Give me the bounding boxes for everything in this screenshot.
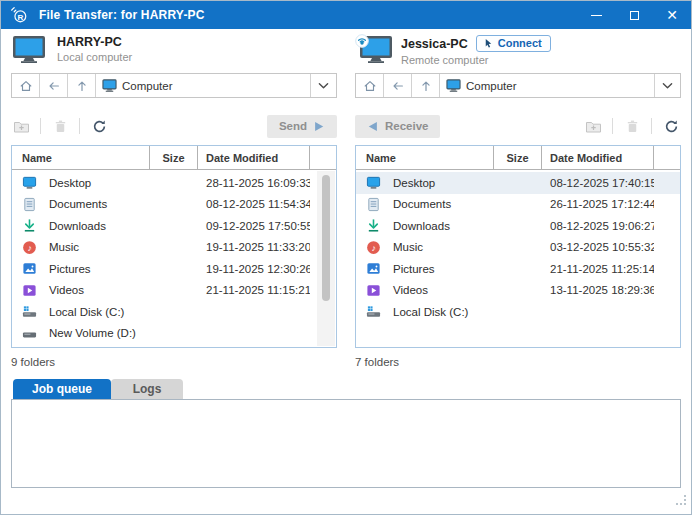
toolbar-separator — [40, 118, 41, 134]
file-date: 21-11-2025 11:25:14 — [542, 263, 654, 275]
local-folder-count: 9 folders — [11, 356, 337, 368]
file-row[interactable]: Pictures19-11-2025 12:30:26 — [12, 258, 336, 280]
bottom-tabs: Job queue Logs — [11, 379, 681, 399]
column-header-date[interactable]: Date Modified — [198, 146, 310, 169]
toolbar-separator — [79, 118, 80, 134]
column-header-spacer — [654, 146, 680, 169]
pictures-icon — [22, 261, 37, 276]
remote-address-text: Computer — [466, 80, 517, 92]
file-row[interactable]: Downloads08-12-2025 19:06:27 — [356, 215, 680, 237]
file-name: Music — [393, 241, 423, 253]
close-button[interactable]: ✕ — [653, 1, 691, 29]
remote-file-rows: Desktop08-12-2025 17:40:15Documents26-11… — [356, 170, 680, 323]
file-row[interactable]: New Volume (D:) — [12, 323, 336, 345]
file-date: 08-12-2025 11:54:34 — [198, 198, 310, 210]
minimize-icon — [591, 15, 602, 16]
file-name: Videos — [49, 284, 84, 296]
column-header-date[interactable]: Date Modified — [542, 146, 654, 169]
connect-label: Connect — [498, 37, 542, 49]
local-refresh-button[interactable] — [89, 116, 109, 136]
back-button[interactable] — [40, 74, 68, 97]
tab-job-queue[interactable]: Job queue — [13, 379, 111, 399]
local-navbar: Computer — [11, 73, 337, 98]
file-name: Desktop — [49, 177, 91, 189]
svg-text:♪: ♪ — [371, 242, 375, 252]
documents-icon — [22, 197, 37, 212]
column-header-spacer — [310, 146, 336, 169]
file-row[interactable]: Local Disk (C:) — [356, 301, 680, 323]
local-delete-button[interactable] — [50, 116, 70, 136]
remote-panel: Jessica-PC Connect Remote computer — [355, 29, 681, 368]
local-address-dropdown-button[interactable] — [310, 74, 336, 97]
column-header-name[interactable]: Name — [12, 146, 150, 169]
back-button[interactable] — [384, 74, 412, 97]
file-name: Pictures — [393, 263, 435, 275]
file-row[interactable]: ♪Music19-11-2025 11:33:20 — [12, 237, 336, 259]
file-row[interactable]: Downloads09-12-2025 17:50:55 — [12, 215, 336, 237]
file-row[interactable]: Desktop08-12-2025 17:40:15 — [356, 172, 680, 194]
cursor-icon — [483, 38, 494, 49]
connect-button[interactable]: Connect — [476, 35, 551, 52]
file-row[interactable]: Documents08-12-2025 11:54:34 — [12, 194, 336, 216]
file-row[interactable]: Local Disk (C:) — [12, 301, 336, 323]
home-button[interactable] — [356, 74, 384, 97]
titlebar: R File Transfer: for HARRY-PC ✕ — [1, 1, 691, 29]
receive-button[interactable]: Receive — [355, 115, 440, 138]
remote-new-folder-button[interactable] — [583, 116, 603, 136]
videos-icon — [22, 283, 37, 298]
local-toolbar: Send — [11, 113, 337, 139]
file-transfer-window: R File Transfer: for HARRY-PC ✕ — [0, 0, 692, 515]
remote-navbar: Computer — [355, 73, 681, 98]
desktop-icon — [22, 175, 37, 190]
chevron-down-icon — [318, 82, 329, 90]
local-list-header: Name Size Date Modified — [12, 146, 336, 170]
file-date: 03-12-2025 10:55:32 — [542, 241, 654, 253]
downloads-icon — [366, 218, 381, 233]
file-row[interactable]: Videos21-11-2025 11:15:21 — [12, 280, 336, 302]
disk-icon — [22, 326, 37, 341]
column-header-size[interactable]: Size — [150, 146, 198, 169]
up-button[interactable] — [68, 74, 96, 97]
home-button[interactable] — [12, 74, 40, 97]
local-new-folder-button[interactable] — [11, 116, 31, 136]
remote-address-dropdown-button[interactable] — [654, 74, 680, 97]
file-row[interactable]: Videos13-11-2025 18:29:36 — [356, 280, 680, 302]
file-date: 08-12-2025 17:40:15 — [542, 177, 654, 189]
file-name: New Volume (D:) — [49, 327, 136, 339]
local-scrollbar-thumb[interactable] — [322, 175, 330, 301]
file-row[interactable]: Pictures21-11-2025 11:25:14 — [356, 258, 680, 280]
back-arrow-icon — [391, 79, 405, 93]
send-button[interactable]: Send — [267, 115, 337, 138]
resize-grip-icon[interactable] — [676, 492, 687, 510]
trash-icon — [625, 119, 640, 134]
music-icon: ♪ — [366, 240, 381, 255]
column-header-size[interactable]: Size — [494, 146, 542, 169]
refresh-icon — [92, 119, 107, 134]
tab-logs[interactable]: Logs — [111, 379, 183, 399]
file-row[interactable]: ♪Music03-12-2025 10:55:32 — [356, 237, 680, 259]
file-name: Desktop — [393, 177, 435, 189]
maximize-button[interactable] — [615, 1, 653, 29]
file-row[interactable]: Documents26-11-2025 17:12:44 — [356, 194, 680, 216]
toolbar-separator — [612, 118, 613, 134]
svg-text:R: R — [17, 13, 23, 22]
column-header-name[interactable]: Name — [356, 146, 494, 169]
remote-refresh-button[interactable] — [661, 116, 681, 136]
disk-windows-icon — [22, 304, 37, 319]
remote-address-combobox[interactable]: Computer — [440, 74, 654, 97]
pictures-icon — [366, 261, 381, 276]
new-folder-icon — [585, 119, 602, 134]
local-address-combobox[interactable]: Computer — [96, 74, 310, 97]
remote-delete-button[interactable] — [622, 116, 642, 136]
send-label: Send — [279, 120, 307, 132]
file-name: Local Disk (C:) — [393, 306, 468, 318]
local-scrollbar-track[interactable] — [317, 171, 335, 346]
minimize-button[interactable] — [577, 1, 615, 29]
up-button[interactable] — [412, 74, 440, 97]
file-row[interactable]: Desktop28-11-2025 16:09:33 — [12, 172, 336, 194]
desktop-icon — [366, 175, 381, 190]
file-name: Downloads — [393, 220, 450, 232]
home-icon — [19, 79, 33, 93]
local-computer-icon — [11, 34, 51, 66]
file-date: 21-11-2025 11:15:21 — [198, 284, 310, 296]
